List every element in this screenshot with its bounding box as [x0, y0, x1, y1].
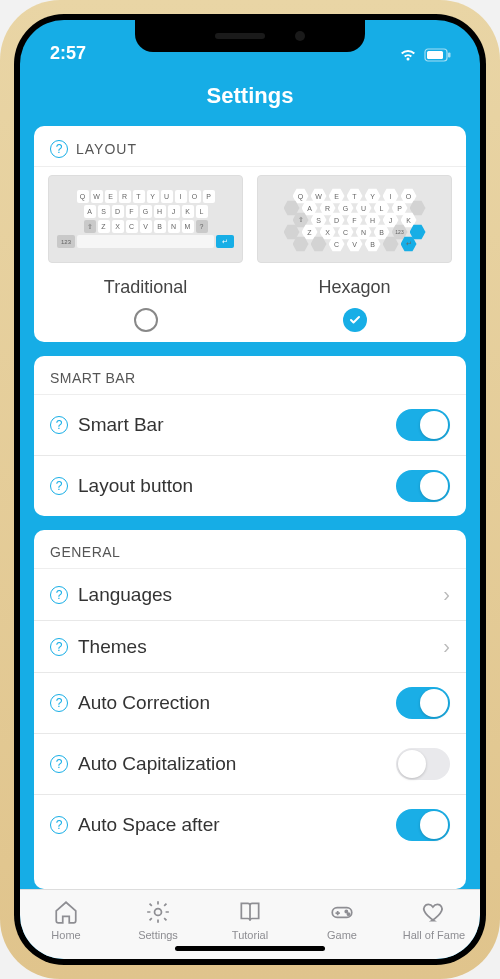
row-auto-space-after-label: Auto Space after	[78, 814, 386, 836]
tab-settings[interactable]: Settings	[112, 890, 204, 949]
row-auto-capitalization-label: Auto Capitalization	[78, 753, 386, 775]
radio-traditional[interactable]	[134, 308, 158, 332]
row-layout-button: ? Layout button	[34, 455, 466, 516]
toggle-auto-space-after[interactable]	[396, 809, 450, 841]
row-auto-space-after: ? Auto Space after	[34, 794, 466, 855]
layout-card: ? LAYOUT QWERTYUIOP ASDFGHJKL ⇧ZXCVBNM? …	[34, 126, 466, 342]
heart-icon	[421, 899, 447, 927]
device-frame: 2:57 Settings ?	[0, 0, 500, 979]
layout-option-hexagon[interactable]: QWETYIO ARGULP ⇧SDFHJK ZXCNB123 CVB↵ Hex…	[257, 175, 452, 332]
smart-bar-header-label: SMART BAR	[50, 370, 136, 386]
row-auto-correction: ? Auto Correction	[34, 672, 466, 733]
row-smart-bar: ? Smart Bar	[34, 394, 466, 455]
content: ? LAYOUT QWERTYUIOP ASDFGHJKL ⇧ZXCVBNM? …	[20, 126, 480, 889]
tab-tutorial[interactable]: Tutorial	[204, 890, 296, 949]
svg-point-3	[155, 908, 162, 915]
svg-rect-1	[427, 51, 443, 59]
layout-option-traditional[interactable]: QWERTYUIOP ASDFGHJKL ⇧ZXCVBNM? 123↵ Trad…	[48, 175, 243, 332]
keyboard-preview-hexagon: QWETYIO ARGULP ⇧SDFHJK ZXCNB123 CVB↵	[257, 175, 452, 263]
row-languages[interactable]: ? Languages ›	[34, 568, 466, 620]
row-languages-label: Languages	[78, 584, 433, 606]
tab-home[interactable]: Home	[20, 890, 112, 949]
chevron-right-icon: ›	[443, 583, 450, 606]
help-icon[interactable]: ?	[50, 638, 68, 656]
general-header: GENERAL	[34, 530, 466, 568]
svg-point-6	[347, 913, 349, 915]
wifi-icon	[398, 48, 418, 62]
row-smart-bar-label: Smart Bar	[78, 414, 386, 436]
bezel: 2:57 Settings ?	[14, 14, 486, 965]
help-icon[interactable]: ?	[50, 477, 68, 495]
book-icon	[237, 899, 263, 927]
keyboard-preview-traditional: QWERTYUIOP ASDFGHJKL ⇧ZXCVBNM? 123↵	[48, 175, 243, 263]
help-icon[interactable]: ?	[50, 586, 68, 604]
page-title: Settings	[207, 83, 294, 109]
nav-bar: Settings	[20, 66, 480, 126]
home-icon	[53, 899, 79, 927]
layout-hexagon-label: Hexagon	[318, 277, 390, 298]
row-themes[interactable]: ? Themes ›	[34, 620, 466, 672]
notch	[135, 20, 365, 52]
toggle-auto-capitalization[interactable]	[396, 748, 450, 780]
row-auto-correction-label: Auto Correction	[78, 692, 386, 714]
layout-traditional-label: Traditional	[104, 277, 187, 298]
chevron-right-icon: ›	[443, 635, 450, 658]
layout-header: ? LAYOUT	[34, 126, 466, 166]
tab-tutorial-label: Tutorial	[232, 929, 268, 941]
screen: 2:57 Settings ?	[20, 20, 480, 959]
gamepad-icon	[329, 899, 355, 927]
svg-rect-2	[448, 53, 451, 58]
smart-bar-header: SMART BAR	[34, 356, 466, 394]
svg-point-5	[345, 910, 347, 912]
layout-header-label: LAYOUT	[76, 141, 137, 157]
battery-icon	[424, 48, 452, 62]
tab-game[interactable]: Game	[296, 890, 388, 949]
tab-home-label: Home	[51, 929, 80, 941]
general-header-label: GENERAL	[50, 544, 120, 560]
radio-hexagon[interactable]	[343, 308, 367, 332]
tab-settings-label: Settings	[138, 929, 178, 941]
help-icon[interactable]: ?	[50, 694, 68, 712]
smart-bar-card: SMART BAR ? Smart Bar ? Layout button	[34, 356, 466, 516]
toggle-smart-bar[interactable]	[396, 409, 450, 441]
toggle-auto-correction[interactable]	[396, 687, 450, 719]
tab-game-label: Game	[327, 929, 357, 941]
row-layout-button-label: Layout button	[78, 475, 386, 497]
row-themes-label: Themes	[78, 636, 433, 658]
help-icon[interactable]: ?	[50, 755, 68, 773]
help-icon[interactable]: ?	[50, 140, 68, 158]
layout-options-row: QWERTYUIOP ASDFGHJKL ⇧ZXCVBNM? 123↵ Trad…	[34, 167, 466, 332]
row-auto-capitalization: ? Auto Capitalization	[34, 733, 466, 794]
tab-hof-label: Hall of Fame	[403, 929, 465, 941]
gear-icon	[145, 899, 171, 927]
home-indicator[interactable]	[175, 946, 325, 951]
tab-hall-of-fame[interactable]: Hall of Fame	[388, 890, 480, 949]
help-icon[interactable]: ?	[50, 816, 68, 834]
help-icon[interactable]: ?	[50, 416, 68, 434]
general-card: GENERAL ? Languages › ? Themes ›	[34, 530, 466, 889]
toggle-layout-button[interactable]	[396, 470, 450, 502]
